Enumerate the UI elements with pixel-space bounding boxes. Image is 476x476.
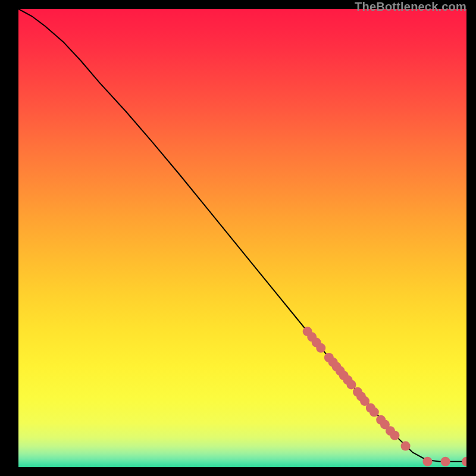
data-marker — [346, 380, 356, 389]
data-marker — [441, 457, 450, 466]
plot-background — [18, 9, 466, 467]
data-marker — [369, 408, 379, 417]
watermark-label: TheBottleneck.com — [355, 0, 466, 14]
chart-plot — [18, 9, 466, 467]
data-marker — [390, 431, 400, 440]
data-marker — [316, 343, 325, 353]
data-marker — [422, 457, 432, 466]
chart-stage: TheBottleneck.com — [0, 0, 476, 476]
data-marker — [401, 441, 411, 451]
